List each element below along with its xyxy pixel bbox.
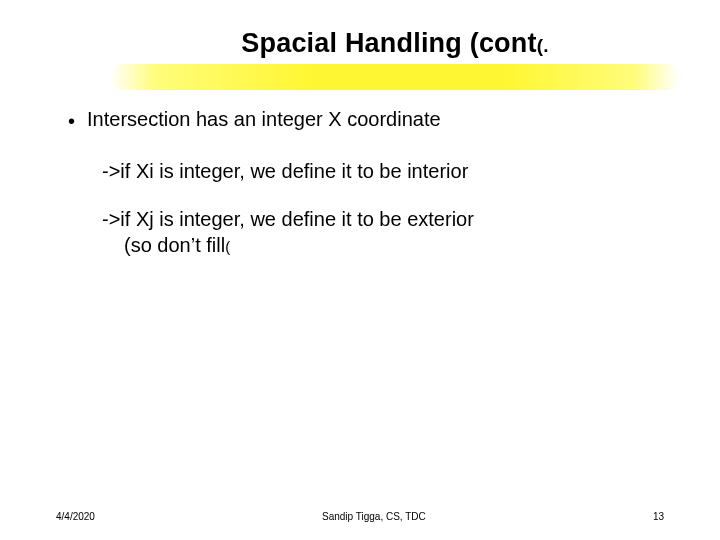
- sub2-line2: (so don’t fill(: [124, 232, 660, 258]
- title-text: Spacial Handling (cont: [241, 28, 536, 58]
- sub2-tail: (: [225, 238, 230, 255]
- sub-point-1: ->if Xi is integer, we define it to be i…: [102, 158, 660, 184]
- title-highlight: [110, 64, 680, 90]
- slide-footer: 4/4/2020 Sandip Tigga, CS, TDC 13: [0, 511, 720, 522]
- slide-body: • Intersection has an integer X coordina…: [60, 107, 660, 258]
- sub2-post: t fill: [195, 234, 225, 256]
- bullet-item: • Intersection has an integer X coordina…: [68, 107, 660, 132]
- sub2-pre: (so don: [124, 234, 191, 256]
- bullet-dot-icon: •: [68, 111, 75, 131]
- footer-date: 4/4/2020: [56, 511, 95, 522]
- slide: Spacial Handling (cont(. • Intersection …: [0, 0, 720, 540]
- footer-author: Sandip Tigga, CS, TDC: [95, 511, 653, 522]
- title-tail: (.: [537, 35, 549, 56]
- title-area: Spacial Handling (cont(.: [60, 28, 660, 59]
- sub2-line1: ->if Xj is integer, we define it to be e…: [102, 208, 474, 230]
- slide-title: Spacial Handling (cont(.: [60, 28, 660, 59]
- footer-page: 13: [653, 511, 664, 522]
- sub-point-2: ->if Xj is integer, we define it to be e…: [102, 206, 660, 258]
- bullet-text: Intersection has an integer X coordinate: [87, 107, 441, 132]
